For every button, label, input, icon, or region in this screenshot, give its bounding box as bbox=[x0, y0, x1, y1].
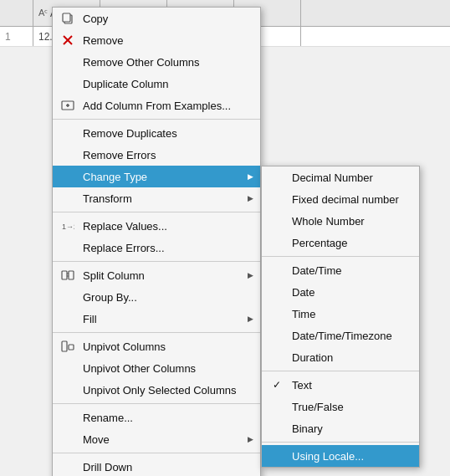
menu-item-remove-errors[interactable]: Remove Errors bbox=[53, 144, 260, 166]
menu-item-group-by[interactable]: Group By... bbox=[53, 286, 260, 308]
submenu-datetime[interactable]: Date/Time bbox=[262, 259, 419, 281]
copy-icon bbox=[58, 12, 78, 25]
text-label: Text bbox=[292, 379, 312, 392]
submenu-percentage[interactable]: Percentage bbox=[262, 232, 419, 253]
unpivot-other-columns-label: Unpivot Other Columns bbox=[83, 362, 196, 375]
remove-icon bbox=[58, 34, 78, 46]
date-label: Date bbox=[292, 286, 314, 299]
drill-down-label: Drill Down bbox=[83, 461, 132, 473]
unpivot-icon bbox=[58, 340, 78, 353]
datetimezone-label: Date/Time/Timezone bbox=[292, 330, 392, 342]
transform-label: Transform bbox=[83, 192, 132, 205]
datetime-label: Date/Time bbox=[292, 264, 341, 277]
svg-rect-9 bbox=[69, 271, 74, 279]
menu-item-drill-down[interactable]: Drill Down bbox=[53, 456, 260, 476]
change-type-submenu: Decimal Number Fixed decimal number Whol… bbox=[261, 166, 420, 468]
submenu-sep-2 bbox=[262, 371, 419, 371]
menu-item-split-column[interactable]: Split Column bbox=[53, 264, 260, 286]
group-by-label: Group By... bbox=[83, 291, 137, 304]
split-column-icon bbox=[58, 269, 78, 282]
replace-values-icon: 1→2 bbox=[58, 219, 78, 233]
whole-number-label: Whole Number bbox=[292, 215, 365, 228]
using-locale-label: Using Locale... bbox=[292, 450, 364, 463]
submenu-decimal-number[interactable]: Decimal Number bbox=[262, 166, 419, 188]
menu-item-replace-values[interactable]: 1→2 Replace Values... bbox=[53, 215, 260, 237]
unpivot-columns-label: Unpivot Columns bbox=[83, 340, 166, 353]
submenu-binary[interactable]: Binary bbox=[262, 417, 419, 439]
binary-label: Binary bbox=[292, 422, 323, 435]
menu-item-move[interactable]: Move bbox=[53, 428, 260, 450]
change-type-label: Change Type bbox=[83, 171, 147, 183]
truefalse-label: True/False bbox=[292, 401, 344, 413]
fill-label: Fill bbox=[83, 313, 97, 325]
menu-item-fill[interactable]: Fill bbox=[53, 308, 260, 330]
submenu-fixed-decimal[interactable]: Fixed decimal number bbox=[262, 188, 419, 210]
separator-4 bbox=[53, 332, 260, 333]
separator-3 bbox=[53, 261, 260, 262]
submenu-sep-1 bbox=[262, 256, 419, 257]
svg-rect-8 bbox=[62, 271, 67, 279]
svg-rect-1 bbox=[63, 13, 70, 22]
submenu-datetimezone[interactable]: Date/Time/Timezone bbox=[262, 325, 419, 346]
menu-item-remove[interactable]: Remove bbox=[53, 29, 260, 51]
rename-label: Rename... bbox=[83, 412, 133, 424]
svg-text:1→2: 1→2 bbox=[62, 223, 74, 231]
submenu-using-locale[interactable]: Using Locale... bbox=[262, 445, 419, 467]
menu-item-duplicate-column[interactable]: Duplicate Column bbox=[53, 73, 260, 95]
text-check: ✓ bbox=[268, 379, 285, 391]
submenu-whole-number[interactable]: Whole Number bbox=[262, 210, 419, 232]
menu-item-rename[interactable]: Rename... bbox=[53, 407, 260, 428]
fixed-decimal-label: Fixed decimal number bbox=[292, 193, 399, 206]
submenu-date[interactable]: Date bbox=[262, 281, 419, 303]
menu-item-change-type[interactable]: Change Type Decimal Number Fixed decimal… bbox=[53, 166, 260, 187]
separator-1 bbox=[53, 119, 260, 120]
separator-5 bbox=[53, 403, 260, 404]
submenu-time[interactable]: Time bbox=[262, 303, 419, 325]
context-menu: Copy Remove Remove Other Columns Duplica… bbox=[52, 7, 261, 476]
remove-other-columns-label: Remove Other Columns bbox=[83, 56, 199, 69]
submenu-duration[interactable]: Duration bbox=[262, 346, 419, 368]
menu-item-replace-errors[interactable]: Replace Errors... bbox=[53, 237, 260, 258]
row-num-1: 1 bbox=[0, 27, 33, 46]
duplicate-column-label: Duplicate Column bbox=[83, 78, 169, 90]
move-label: Move bbox=[83, 433, 110, 446]
decimal-number-label: Decimal Number bbox=[292, 171, 373, 184]
remove-label: Remove bbox=[83, 34, 123, 47]
row-num-header bbox=[0, 0, 33, 26]
remove-duplicates-label: Remove Duplicates bbox=[83, 127, 177, 140]
copy-label: Copy bbox=[83, 13, 108, 25]
add-column-examples-label: Add Column From Examples... bbox=[83, 100, 231, 112]
menu-item-unpivot-only-selected[interactable]: Unpivot Only Selected Columns bbox=[53, 379, 260, 401]
remove-errors-label: Remove Errors bbox=[83, 149, 156, 161]
menu-item-remove-duplicates[interactable]: Remove Duplicates bbox=[53, 122, 260, 144]
menu-item-copy[interactable]: Copy bbox=[53, 8, 260, 29]
replace-errors-label: Replace Errors... bbox=[83, 242, 165, 254]
unpivot-only-selected-label: Unpivot Only Selected Columns bbox=[83, 384, 237, 397]
duration-label: Duration bbox=[292, 351, 333, 364]
split-column-label: Split Column bbox=[83, 269, 145, 282]
replace-values-label: Replace Values... bbox=[83, 220, 167, 233]
separator-6 bbox=[53, 453, 260, 453]
svg-rect-11 bbox=[62, 341, 67, 351]
menu-item-unpivot-other-columns[interactable]: Unpivot Other Columns bbox=[53, 357, 260, 379]
separator-2 bbox=[53, 212, 260, 212]
menu-item-add-column-examples[interactable]: Add Column From Examples... bbox=[53, 95, 260, 116]
svg-rect-12 bbox=[69, 345, 74, 350]
add-column-icon bbox=[58, 99, 78, 112]
menu-item-unpivot-columns[interactable]: Unpivot Columns bbox=[53, 335, 260, 357]
menu-item-transform[interactable]: Transform bbox=[53, 187, 260, 209]
submenu-truefalse[interactable]: True/False bbox=[262, 396, 419, 417]
time-label: Time bbox=[292, 308, 315, 320]
submenu-text[interactable]: ✓ Text bbox=[262, 374, 419, 396]
percentage-label: Percentage bbox=[292, 237, 348, 249]
submenu-sep-3 bbox=[262, 442, 419, 443]
menu-item-remove-other-columns[interactable]: Remove Other Columns bbox=[53, 51, 260, 73]
